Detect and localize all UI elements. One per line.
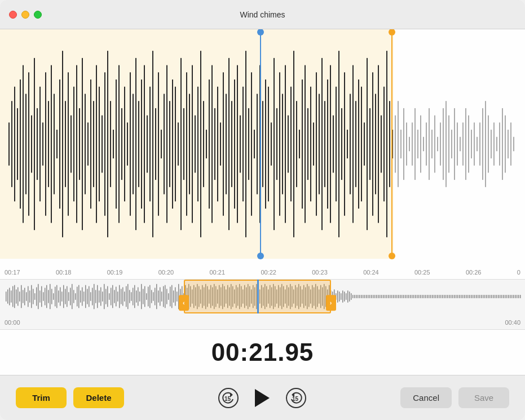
- minimize-button[interactable]: [21, 11, 29, 19]
- rewind-15-button[interactable]: 15: [218, 387, 239, 409]
- svg-rect-378: [341, 293, 342, 300]
- cancel-button[interactable]: Cancel: [400, 387, 452, 408]
- svg-rect-474: [503, 295, 504, 298]
- svg-rect-223: [78, 285, 80, 308]
- svg-rect-14: [48, 101, 49, 187]
- svg-text:15: 15: [224, 396, 231, 402]
- svg-rect-209: [55, 287, 56, 307]
- main-waveform-area[interactable]: 00:17 00:18 00:19 00:20 00:21 00:22 00:2…: [0, 29, 525, 279]
- svg-rect-96: [279, 72, 280, 215]
- controls-right: Cancel Save: [400, 387, 509, 408]
- delete-button[interactable]: Delete: [73, 387, 124, 408]
- svg-rect-199: [38, 284, 39, 310]
- svg-rect-478: [510, 295, 511, 298]
- end-marker-bottom-handle[interactable]: [389, 253, 395, 259]
- waveform-display[interactable]: [0, 29, 525, 259]
- playhead[interactable]: [260, 29, 261, 259]
- svg-rect-383: [349, 291, 350, 301]
- svg-rect-7: [28, 72, 29, 215]
- svg-rect-194: [29, 290, 30, 302]
- svg-rect-206: [50, 284, 51, 310]
- svg-rect-31: [96, 65, 97, 223]
- svg-rect-246: [117, 291, 118, 301]
- svg-rect-5: [23, 65, 24, 223]
- svg-rect-380: [344, 291, 345, 301]
- selection-left-handle[interactable]: ‹: [179, 295, 189, 311]
- svg-rect-412: [398, 295, 399, 298]
- svg-rect-251: [126, 286, 127, 307]
- svg-rect-431: [430, 295, 431, 298]
- svg-rect-410: [395, 295, 396, 298]
- svg-rect-379: [342, 290, 343, 302]
- svg-rect-123: [355, 101, 356, 187]
- svg-rect-265: [149, 285, 151, 308]
- svg-rect-9: [34, 58, 35, 230]
- end-marker[interactable]: [391, 29, 392, 259]
- svg-rect-66: [195, 116, 196, 173]
- svg-rect-130: [375, 94, 376, 194]
- svg-rect-85: [248, 108, 249, 180]
- svg-rect-0: [8, 122, 10, 165]
- svg-rect-237: [102, 291, 103, 301]
- svg-rect-188: [19, 291, 20, 301]
- svg-rect-448: [459, 295, 460, 298]
- svg-rect-36: [110, 101, 111, 187]
- svg-rect-3: [17, 108, 18, 180]
- svg-rect-262: [144, 286, 145, 307]
- svg-rect-231: [92, 288, 93, 306]
- svg-rect-475: [505, 295, 506, 298]
- svg-rect-81: [237, 65, 238, 223]
- trim-button[interactable]: Trim: [16, 387, 67, 408]
- svg-rect-445: [454, 295, 455, 298]
- svg-rect-264: [148, 287, 149, 307]
- close-button[interactable]: [9, 11, 17, 19]
- svg-rect-149: [429, 108, 430, 180]
- svg-rect-160: [460, 137, 461, 151]
- svg-rect-483: [518, 295, 519, 298]
- svg-rect-111: [321, 58, 323, 230]
- svg-rect-60: [178, 122, 179, 165]
- selection-right-handle[interactable]: ›: [326, 295, 336, 311]
- forward-15-icon: 15: [285, 387, 307, 409]
- svg-rect-43: [130, 72, 131, 215]
- svg-rect-122: [352, 65, 354, 223]
- playhead-bottom-handle[interactable]: [257, 253, 264, 259]
- svg-rect-443: [451, 295, 452, 298]
- svg-rect-1: [11, 101, 12, 187]
- svg-rect-134: [386, 51, 387, 237]
- maximize-button[interactable]: [34, 11, 42, 19]
- svg-rect-153: [440, 122, 441, 165]
- svg-rect-442: [449, 295, 450, 298]
- forward-15-button[interactable]: 15: [285, 387, 307, 409]
- play-button[interactable]: [255, 389, 270, 407]
- svg-rect-481: [515, 295, 516, 298]
- svg-rect-260: [141, 284, 142, 310]
- svg-rect-447: [457, 295, 458, 298]
- overview-strip[interactable]: ‹ › 00:00 00:40: [0, 279, 525, 330]
- svg-rect-27: [85, 94, 86, 194]
- overview-playhead[interactable]: [257, 280, 259, 313]
- svg-rect-171: [491, 130, 492, 158]
- svg-rect-259: [139, 291, 140, 301]
- svg-rect-176: [505, 116, 506, 173]
- svg-rect-146: [420, 116, 421, 173]
- svg-rect-441: [447, 295, 448, 298]
- svg-rect-403: [383, 295, 384, 298]
- svg-rect-21: [68, 72, 69, 215]
- svg-rect-465: [488, 295, 489, 298]
- svg-rect-102: [296, 101, 297, 187]
- svg-rect-439: [444, 295, 445, 298]
- svg-rect-126: [364, 122, 365, 165]
- svg-rect-42: [127, 122, 128, 165]
- svg-rect-450: [462, 295, 464, 298]
- save-button[interactable]: Save: [458, 387, 509, 408]
- svg-rect-184: [12, 286, 14, 307]
- time-display: 00:21.95: [0, 330, 525, 375]
- svg-rect-414: [402, 295, 403, 298]
- svg-rect-119: [344, 72, 345, 215]
- svg-rect-461: [481, 295, 482, 298]
- svg-rect-132: [381, 116, 382, 173]
- svg-rect-86: [251, 72, 252, 215]
- svg-rect-241: [109, 293, 110, 300]
- svg-rect-61: [180, 58, 182, 230]
